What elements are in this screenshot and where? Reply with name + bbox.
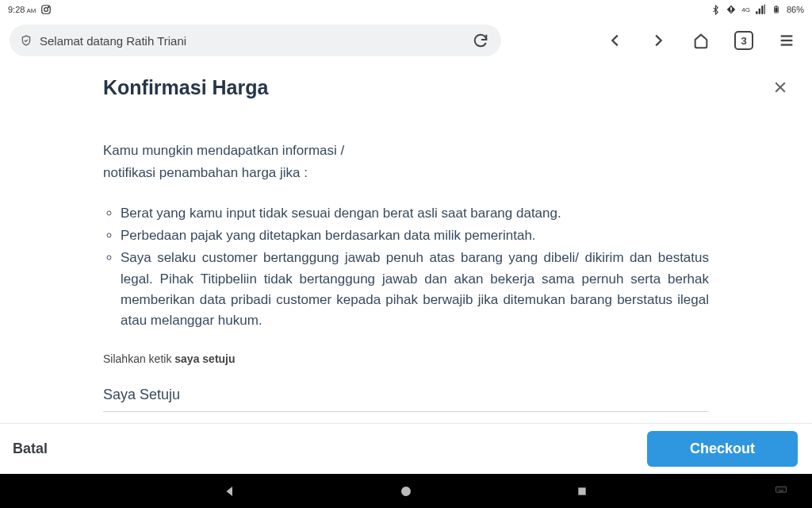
menu-button[interactable] [771,25,802,56]
browser-chrome: Selamat datang Ratih Triani 3 [0,19,812,62]
shield-icon [21,35,32,46]
list-item: Berat yang kamu input tidak sesuai denga… [121,203,709,224]
bluetooth-icon [710,4,721,15]
forward-button[interactable] [642,25,674,56]
svg-point-2 [48,6,49,7]
signal-icon [755,4,766,15]
modal-bullet-list: Berat yang kamu input tidak sesuai denga… [103,203,709,332]
url-text: Selamat datang Ratih Triani [40,34,463,48]
svg-rect-7 [775,8,777,13]
svg-rect-3 [730,7,732,10]
confirm-prompt: Silahkan ketik saya setuju [103,351,709,368]
status-left: 9:28AM [8,4,52,15]
sys-back-button[interactable] [221,483,239,500]
instagram-icon [40,4,52,15]
tab-count: 3 [741,35,746,47]
checkout-button[interactable]: Checkout [647,431,798,467]
modal-title: Konfirmasi Harga [103,76,709,99]
url-bar[interactable]: Selamat datang Ratih Triani [10,25,501,56]
keyboard-icon[interactable] [772,483,790,500]
cancel-button[interactable]: Batal [13,441,48,457]
reload-icon[interactable] [471,31,490,50]
modal-body: Kamu mungkin mendapatkan informasi / not… [103,140,709,412]
back-button[interactable] [599,25,631,56]
status-right: 4G 86% [710,4,804,15]
close-icon[interactable] [768,75,793,100]
svg-rect-6 [776,6,778,6]
vibrate-icon [726,4,737,15]
list-item: Saya selaku customer bertanggung jawab p… [121,248,709,331]
modal: Konfirmasi Harga Kamu mungkin mendapatka… [0,62,812,412]
sys-recents-button[interactable] [573,483,591,500]
modal-footer: Batal Checkout [0,423,812,474]
battery-icon [771,4,782,15]
status-clock: 9:28AM [8,5,36,14]
android-status-bar: 9:28AM 4G 86% [0,0,812,19]
home-button[interactable] [685,25,717,56]
confirm-input[interactable] [103,382,709,412]
list-item: Perbedaan pajak yang ditetapkan berdasar… [121,225,709,246]
battery-percent: 86% [787,5,804,14]
svg-point-4 [731,11,733,13]
network-label: 4G [741,6,750,13]
modal-intro-2: notifikasi penambahan harga jika : [103,163,709,183]
svg-point-13 [401,487,411,496]
svg-point-1 [44,8,48,12]
tabs-button[interactable]: 3 [728,25,760,56]
modal-intro-1: Kamu mungkin mendapatkan informasi / [103,140,709,161]
android-nav-bar [0,474,812,508]
sys-home-button[interactable] [397,483,415,500]
svg-rect-14 [578,487,585,495]
